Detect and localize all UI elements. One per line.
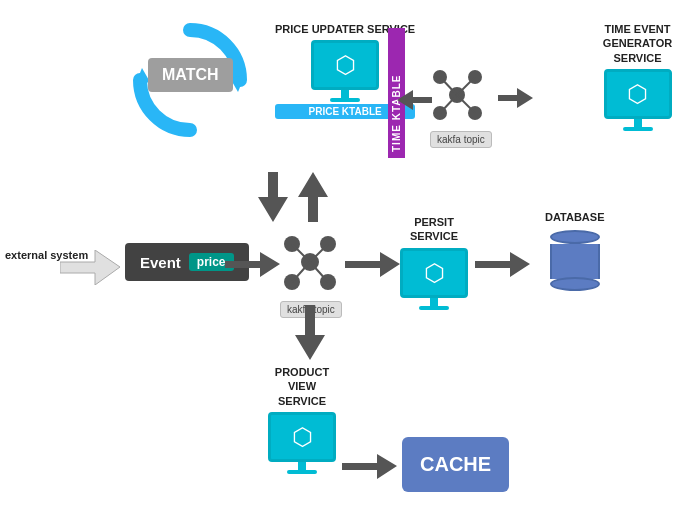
cube-icon-persist: ⬡ [424,259,445,287]
architecture-diagram: MATCH PRICE UPDATER SERVICE ⬡ PRICE KTAB… [0,0,685,511]
svg-line-22 [292,244,310,262]
arrow-event-to-kafka [225,252,280,281]
svg-line-10 [457,95,475,113]
svg-marker-29 [342,454,397,479]
kafka-icon-top [430,65,485,125]
svg-marker-15 [60,250,120,285]
kafka-icon-middle [280,230,340,295]
svg-marker-27 [475,252,530,277]
time-event-generator-service: TIME EVENT GENERATOR SERVICE ⬡ [590,22,685,131]
external-arrow [60,250,120,289]
arrow-up-to-price-updater [298,172,328,226]
cube-icon-time: ⬡ [627,80,648,108]
arrow-left-from-kafka [397,90,432,114]
arrow-down-to-middle [258,172,288,226]
svg-line-9 [440,95,457,113]
arrow-down-to-product [295,305,325,364]
svg-line-8 [457,77,475,95]
event-label: Event [140,254,181,271]
cube-icon-product: ⬡ [292,423,313,451]
svg-line-23 [310,244,328,262]
svg-marker-13 [258,172,288,222]
match-box: MATCH [148,58,233,92]
database-label-area: DATABASE [545,210,604,291]
database-icon [545,230,604,291]
svg-marker-12 [498,88,533,108]
svg-line-25 [310,262,328,282]
kafka-hub-top: kakfa topic [430,65,492,148]
product-view-monitor: ⬡ [268,412,336,474]
product-view-service: PRODUCTVIEWSERVICE ⬡ [268,365,336,474]
svg-line-24 [292,262,310,282]
svg-marker-11 [397,90,432,110]
cache-label: CACHE [420,453,491,475]
cache-container: CACHE [402,437,509,492]
cache-box: CACHE [402,437,509,492]
svg-marker-16 [225,252,280,277]
persist-monitor: ⬡ [400,248,468,310]
arrow-kafka-to-persist [345,252,400,281]
time-event-monitor: ⬡ [590,69,685,131]
arrow-persist-to-db [475,252,530,281]
circular-arrows-area: MATCH [130,20,250,144]
svg-marker-14 [298,172,328,222]
persist-service: PERSITSERVICE ⬡ [400,215,468,310]
kafka-topic-label-top: kakfa topic [430,131,492,148]
svg-marker-28 [295,305,325,360]
arrow-left-to-kafka [498,88,533,112]
svg-marker-26 [345,252,400,277]
svg-line-7 [440,77,457,95]
cube-icon: ⬡ [335,51,356,79]
arrow-product-to-cache [342,454,397,483]
